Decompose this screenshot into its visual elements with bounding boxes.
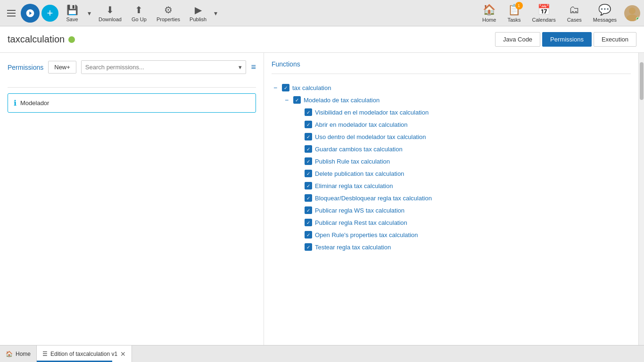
bottom-bar: 🏠 Home ☰ Edition of taxcalculation v1 ✕ — [0, 345, 644, 362]
tree-checkbox[interactable]: ✓ — [305, 243, 312, 251]
properties-button[interactable]: ⚙ Properties — [153, 2, 184, 24]
calendars-nav-label: Calendars — [532, 17, 556, 23]
list-view-button[interactable]: ≡ — [251, 62, 256, 72]
tree-item[interactable]: ✓Uso dentro del modelador tax calculatio… — [294, 131, 631, 143]
tree-label: Visibilidad en el modelador tax calculat… — [315, 109, 429, 116]
tree-item[interactable]: ✓Open Rule's properties tax calculation — [294, 229, 631, 241]
tree-checkbox[interactable]: ✓ — [305, 108, 312, 116]
functions-label: Functions — [272, 60, 631, 68]
tree-label: Eliminar regla tax calculation — [315, 182, 393, 189]
hamburger-button[interactable] — [4, 6, 19, 21]
tree-label: Publicar regla Rest tax calculation — [315, 219, 407, 226]
permissions-list: ℹ Modelador — [8, 93, 256, 337]
edition-tab-label: Edition of taxcalculation v1 — [50, 351, 117, 357]
messages-nav-label: Messages — [593, 17, 617, 23]
tree-label: Open Rule's properties tax calculation — [315, 231, 418, 239]
home-tab-label: Home — [16, 351, 31, 357]
tree-checkbox[interactable]: ✓ — [305, 170, 312, 177]
edition-tab[interactable]: ☰ Edition of taxcalculation v1 ✕ — [37, 346, 132, 362]
tree-item[interactable]: −✓Modelado de tax calculation — [283, 94, 631, 106]
publish-button[interactable]: ▶ Publish — [186, 2, 210, 24]
tree-checkbox[interactable]: ✓ — [305, 219, 312, 226]
tree-item[interactable]: ✓Publish Rule tax calculation — [294, 155, 631, 167]
info-icon: ℹ — [14, 99, 17, 107]
home-tab[interactable]: 🏠 Home — [0, 346, 37, 362]
tree-item[interactable]: ✓Publicar regla Rest tax calculation — [294, 216, 631, 229]
publish-more-button[interactable]: ▾ — [212, 8, 219, 19]
save-more-button[interactable]: ▾ — [86, 8, 93, 19]
tree-label: Publicar regla WS tax calculation — [315, 207, 405, 214]
tree-item[interactable]: ✓Eliminar regla tax calculation — [294, 180, 631, 192]
go-up-icon: ⬆ — [135, 4, 143, 16]
content-area: Permissions New+ ▾ ≡ ℹ Modelador Functio… — [0, 53, 644, 345]
tree-item[interactable]: ✓Testear regla tax calculation — [294, 241, 631, 253]
edition-tab-close-button[interactable]: ✕ — [120, 351, 126, 357]
go-up-label: Go Up — [132, 16, 147, 22]
execution-tab[interactable]: Execution — [594, 32, 636, 47]
tree-item[interactable]: ✓Delete publication tax calculation — [294, 167, 631, 180]
tree-label: Guardar cambios tax calculation — [315, 146, 403, 153]
publish-label: Publish — [190, 16, 206, 22]
tree-checkbox[interactable]: ✓ — [305, 133, 312, 140]
java-code-tab[interactable]: Java Code — [495, 32, 540, 47]
publish-icon: ▶ — [195, 4, 202, 16]
home-icon: 🏠 — [483, 4, 495, 16]
search-permissions-input[interactable] — [82, 61, 235, 74]
page-title-area: taxcalculation — [8, 34, 495, 45]
tree-checkbox[interactable]: ✓ — [305, 231, 312, 239]
go-up-button[interactable]: ⬆ Go Up — [127, 2, 151, 24]
search-dropdown-button[interactable]: ▾ — [235, 62, 246, 73]
tree-checkbox[interactable]: ✓ — [305, 206, 312, 214]
permissions-separator — [8, 87, 256, 88]
permissions-toolbar: Permissions New+ ▾ ≡ — [8, 60, 256, 74]
online-indicator — [636, 17, 640, 21]
tree-item[interactable]: ✓Publicar regla WS tax calculation — [294, 204, 631, 216]
home-tab-icon: 🏠 — [6, 351, 13, 357]
tree-checkbox[interactable]: ✓ — [305, 182, 312, 189]
page-title: taxcalculation — [8, 34, 65, 45]
tree-checkbox[interactable]: ✓ — [305, 121, 312, 128]
tree-expand-button[interactable]: − — [283, 96, 290, 104]
cases-nav-button[interactable]: 🗂 Cases — [563, 2, 586, 25]
cases-nav-label: Cases — [567, 17, 582, 23]
status-dot — [68, 36, 75, 43]
tree-item[interactable]: −✓tax calculation — [272, 82, 631, 94]
tree-checkbox[interactable]: ✓ — [293, 96, 301, 104]
add-button[interactable]: + — [41, 5, 58, 22]
tree-item[interactable]: ✓Abrir en modelador tax calculation — [294, 118, 631, 131]
tree-item[interactable]: ✓Guardar cambios tax calculation — [294, 143, 631, 155]
tree-checkbox[interactable]: ✓ — [305, 145, 312, 153]
save-button[interactable]: 💾 Save — [60, 2, 84, 24]
home-nav-label: Home — [482, 17, 496, 23]
functions-tree: −✓tax calculation−✓Modelado de tax calcu… — [272, 82, 631, 337]
tree-expand-button[interactable]: − — [272, 84, 279, 91]
tasks-badge: 1 — [515, 2, 523, 9]
tree-item[interactable]: ✓Bloquear/Desbloquear regla tax calculat… — [294, 192, 631, 204]
calendars-nav-button[interactable]: 📅 Calendars — [528, 2, 560, 25]
messages-nav-button[interactable]: 💬 Messages — [589, 2, 620, 25]
scroll-thumb — [640, 62, 644, 100]
download-button[interactable]: ⬇ Download — [95, 2, 125, 24]
edition-tab-icon: ☰ — [42, 351, 48, 357]
tree-checkbox[interactable]: ✓ — [282, 84, 289, 91]
permissions-tab[interactable]: Permissions — [542, 32, 592, 47]
toolbar: + 💾 Save ▾ ⬇ Download ⬆ Go Up ⚙ Properti… — [0, 0, 644, 26]
tree-checkbox[interactable]: ✓ — [305, 194, 312, 202]
home-nav-button[interactable]: 🏠 Home — [479, 2, 500, 25]
permission-item-modelador[interactable]: ℹ Modelador — [8, 93, 256, 113]
tree-label: Uso dentro del modelador tax calculation — [315, 133, 426, 140]
tree-checkbox[interactable]: ✓ — [305, 157, 312, 165]
svg-point-0 — [629, 8, 636, 14]
tree-label: tax calculation — [292, 84, 331, 91]
tree-item[interactable]: ✓Visibilidad en el modelador tax calcula… — [294, 106, 631, 118]
cases-icon: 🗂 — [569, 4, 579, 16]
new-permission-button[interactable]: New+ — [48, 61, 76, 74]
tasks-nav-button[interactable]: 📋 1 Tasks — [504, 2, 524, 25]
left-panel: Permissions New+ ▾ ≡ ℹ Modelador — [0, 53, 264, 345]
download-icon: ⬇ — [106, 4, 114, 16]
logo-button[interactable] — [21, 4, 40, 23]
main-container: taxcalculation Java Code Permissions Exe… — [0, 26, 644, 345]
avatar[interactable] — [624, 5, 640, 21]
right-scrollbar[interactable] — [638, 53, 644, 345]
page-header: taxcalculation Java Code Permissions Exe… — [0, 26, 644, 53]
